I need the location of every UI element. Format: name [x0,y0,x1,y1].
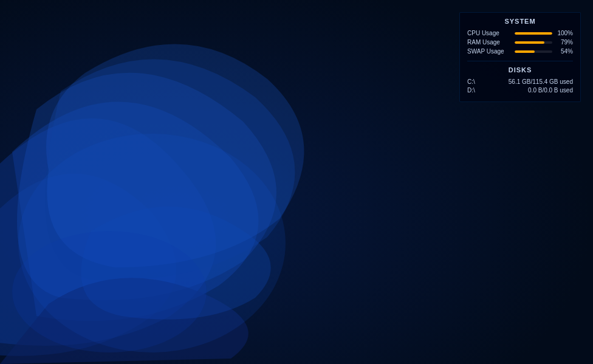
disk-c-value: 56.1 GB/115.4 GB used [509,78,573,85]
swap-value: 54% [556,48,573,55]
system-title: SYSTEM [467,18,573,25]
swap-bar-container [515,50,552,53]
disk-c-label: C:\ [467,78,475,85]
ram-bar [515,41,544,44]
svg-point-2 [12,231,207,352]
swap-bar [515,50,535,53]
disks-title: DISKS [467,66,573,74]
system-widget: SYSTEM CPU Usage 100% RAM Usage 79% SWAP… [459,12,581,102]
disk-c-row: C:\ 56.1 GB/115.4 GB used [467,78,573,85]
cpu-bar [515,32,552,35]
swap-stat-row: SWAP Usage 54% [467,48,573,55]
disk-d-label: D:\ [467,87,475,94]
ram-bar-container [515,41,552,44]
swap-label: SWAP Usage [467,48,511,55]
disk-d-row: D:\ 0.0 B/0.0 B used [467,87,573,94]
cpu-label: CPU Usage [467,30,511,36]
ram-label: RAM Usage [467,39,511,46]
cpu-value: 100% [556,30,573,36]
widget-divider [467,61,573,61]
cpu-bar-container [515,32,552,35]
disk-d-value: 0.0 B/0.0 B used [528,87,573,94]
ram-value: 79% [556,39,573,46]
ram-stat-row: RAM Usage 79% [467,39,573,46]
cpu-stat-row: CPU Usage 100% [467,30,573,36]
